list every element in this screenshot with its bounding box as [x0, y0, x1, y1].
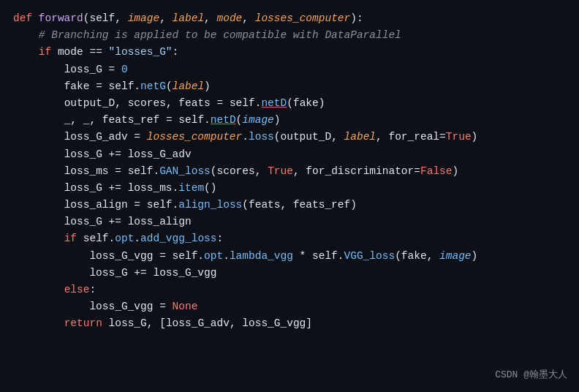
- code-line-10: loss_ms = self.GAN_loss(scores, True, fo…: [13, 163, 566, 180]
- code-editor: def forward(self, image, label, mode, lo…: [0, 0, 579, 392]
- code-line-6: output_D, scores, feats = self.netD(fake…: [13, 95, 566, 112]
- code-line-7: _, _, feats_ref = self.netD(image): [13, 112, 566, 129]
- code-line-18: loss_G_vgg = None: [13, 298, 566, 315]
- code-line-8: loss_G_adv = losses_computer.loss(output…: [13, 129, 566, 146]
- code-line-17: else:: [13, 282, 566, 298]
- code-line-13: loss_G += loss_align: [13, 214, 566, 230]
- watermark: CSDN @翰墨大人: [495, 368, 567, 383]
- code-line-11: loss_G += loss_ms.item(): [13, 180, 566, 197]
- code-line-15: loss_G_vgg = self.opt.lambda_vgg * self.…: [13, 248, 566, 265]
- code-line-16: loss_G += loss_G_vgg: [13, 265, 566, 282]
- code-line-4: loss_G = 0: [13, 61, 566, 78]
- code-line-2: # Branching is applied to be compatible …: [13, 27, 566, 44]
- code-line-9: loss_G += loss_G_adv: [13, 146, 566, 163]
- code-line-12: loss_align = self.align_loss(feats, feat…: [13, 197, 566, 214]
- code-line-5: fake = self.netG(label): [13, 78, 566, 95]
- code-line-14: if self.opt.add_vgg_loss:: [13, 230, 566, 247]
- code-line-3: if mode == "losses_G":: [13, 44, 566, 61]
- code-line-19: return loss_G, [loss_G_adv, loss_G_vgg]: [13, 315, 566, 332]
- code-line-1: def forward(self, image, label, mode, lo…: [13, 10, 566, 27]
